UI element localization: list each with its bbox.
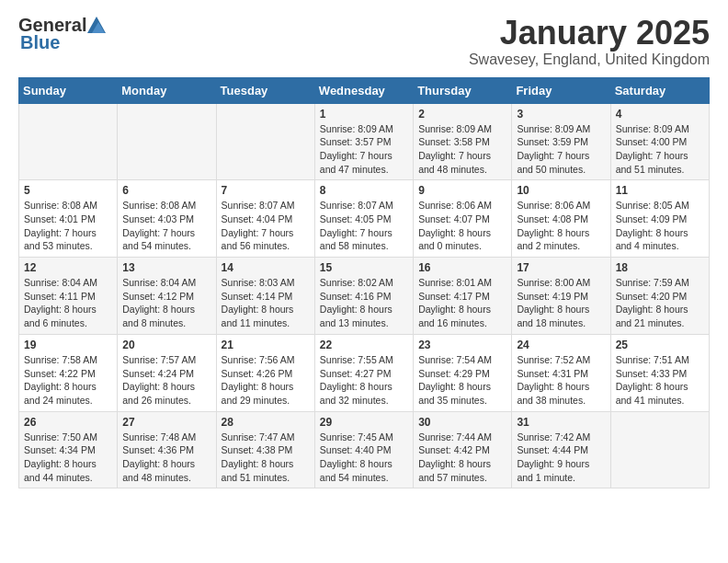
weekday-tuesday: Tuesday (216, 77, 314, 103)
day-cell-16: 16Sunrise: 8:01 AM Sunset: 4:17 PM Dayli… (414, 258, 512, 335)
day-number: 30 (418, 416, 506, 429)
day-number: 5 (24, 184, 112, 197)
day-number: 20 (122, 339, 210, 351)
title-area: January 2025 Swavesey, England, United K… (469, 15, 710, 68)
day-cell-3: 3Sunrise: 8:09 AM Sunset: 3:59 PM Daylig… (512, 103, 610, 180)
empty-cell (118, 103, 216, 180)
day-info: Sunrise: 8:09 AM Sunset: 4:00 PM Dayligh… (616, 122, 704, 177)
week-row-5: 26Sunrise: 7:50 AM Sunset: 4:34 PM Dayli… (19, 411, 710, 488)
logo-icon (87, 17, 106, 33)
day-cell-8: 8Sunrise: 8:07 AM Sunset: 4:05 PM Daylig… (314, 180, 413, 258)
day-cell-12: 12Sunrise: 8:04 AM Sunset: 4:11 PM Dayli… (19, 258, 118, 335)
day-info: Sunrise: 8:04 AM Sunset: 4:11 PM Dayligh… (24, 276, 112, 330)
logo: General Blue (18, 15, 106, 53)
day-number: 6 (122, 184, 210, 197)
day-cell-30: 30Sunrise: 7:44 AM Sunset: 4:42 PM Dayli… (414, 411, 512, 488)
day-info: Sunrise: 8:07 AM Sunset: 4:04 PM Dayligh… (222, 199, 310, 253)
day-cell-13: 13Sunrise: 8:04 AM Sunset: 4:12 PM Dayli… (118, 258, 216, 335)
day-info: Sunrise: 7:47 AM Sunset: 4:38 PM Dayligh… (222, 431, 310, 485)
weekday-sunday: Sunday (19, 77, 118, 103)
page: General Blue January 2025 Swavesey, Engl… (0, 0, 728, 503)
day-number: 8 (320, 184, 408, 197)
day-info: Sunrise: 7:50 AM Sunset: 4:34 PM Dayligh… (24, 431, 112, 485)
day-info: Sunrise: 8:06 AM Sunset: 4:08 PM Dayligh… (517, 199, 605, 253)
day-cell-1: 1Sunrise: 8:09 AM Sunset: 3:57 PM Daylig… (314, 103, 413, 180)
week-row-3: 12Sunrise: 8:04 AM Sunset: 4:11 PM Dayli… (19, 258, 710, 335)
week-row-2: 5Sunrise: 8:08 AM Sunset: 4:01 PM Daylig… (19, 180, 710, 258)
day-number: 31 (517, 416, 605, 429)
day-cell-15: 15Sunrise: 8:02 AM Sunset: 4:16 PM Dayli… (314, 258, 413, 335)
day-number: 18 (616, 261, 704, 274)
day-info: Sunrise: 7:42 AM Sunset: 4:44 PM Dayligh… (517, 431, 605, 485)
day-info: Sunrise: 8:01 AM Sunset: 4:17 PM Dayligh… (418, 276, 506, 330)
day-info: Sunrise: 8:09 AM Sunset: 3:57 PM Dayligh… (320, 122, 408, 177)
day-info: Sunrise: 7:56 AM Sunset: 4:26 PM Dayligh… (222, 353, 310, 408)
day-number: 1 (320, 108, 408, 121)
day-number: 23 (418, 339, 506, 351)
weekday-monday: Monday (118, 77, 216, 103)
day-number: 11 (616, 184, 704, 197)
day-number: 9 (418, 184, 506, 197)
day-info: Sunrise: 8:05 AM Sunset: 4:09 PM Dayligh… (616, 199, 704, 253)
day-number: 28 (222, 416, 310, 429)
day-cell-9: 9Sunrise: 8:06 AM Sunset: 4:07 PM Daylig… (414, 180, 512, 258)
day-cell-27: 27Sunrise: 7:48 AM Sunset: 4:36 PM Dayli… (118, 411, 216, 488)
calendar-title: January 2025 (469, 15, 710, 52)
day-number: 15 (320, 261, 408, 274)
calendar-subtitle: Swavesey, England, United Kingdom (469, 52, 710, 68)
day-cell-14: 14Sunrise: 8:03 AM Sunset: 4:14 PM Dayli… (216, 258, 314, 335)
day-number: 10 (517, 184, 605, 197)
day-cell-10: 10Sunrise: 8:06 AM Sunset: 4:08 PM Dayli… (512, 180, 610, 258)
day-number: 3 (517, 108, 605, 121)
day-cell-28: 28Sunrise: 7:47 AM Sunset: 4:38 PM Dayli… (216, 411, 314, 488)
day-number: 19 (24, 339, 112, 351)
day-number: 14 (222, 261, 310, 274)
day-number: 4 (616, 108, 704, 121)
day-number: 7 (222, 184, 310, 197)
day-info: Sunrise: 7:44 AM Sunset: 4:42 PM Dayligh… (418, 431, 506, 485)
header: General Blue January 2025 Swavesey, Engl… (18, 15, 710, 68)
day-number: 2 (418, 108, 506, 121)
weekday-saturday: Saturday (610, 77, 709, 103)
day-cell-31: 31Sunrise: 7:42 AM Sunset: 4:44 PM Dayli… (512, 411, 610, 488)
day-cell-18: 18Sunrise: 7:59 AM Sunset: 4:20 PM Dayli… (610, 258, 709, 335)
day-cell-4: 4Sunrise: 8:09 AM Sunset: 4:00 PM Daylig… (610, 103, 709, 180)
weekday-friday: Friday (512, 77, 610, 103)
day-info: Sunrise: 7:51 AM Sunset: 4:33 PM Dayligh… (616, 353, 704, 408)
day-number: 21 (222, 339, 310, 351)
day-number: 27 (122, 416, 210, 429)
day-info: Sunrise: 8:09 AM Sunset: 3:58 PM Dayligh… (418, 122, 506, 177)
day-info: Sunrise: 8:07 AM Sunset: 4:05 PM Dayligh… (320, 199, 408, 253)
day-info: Sunrise: 8:08 AM Sunset: 4:03 PM Dayligh… (122, 199, 210, 253)
day-cell-26: 26Sunrise: 7:50 AM Sunset: 4:34 PM Dayli… (19, 411, 118, 488)
day-info: Sunrise: 7:58 AM Sunset: 4:22 PM Dayligh… (24, 353, 112, 408)
week-row-1: 1Sunrise: 8:09 AM Sunset: 3:57 PM Daylig… (19, 103, 710, 180)
day-info: Sunrise: 8:04 AM Sunset: 4:12 PM Dayligh… (122, 276, 210, 330)
day-info: Sunrise: 7:52 AM Sunset: 4:31 PM Dayligh… (517, 353, 605, 408)
day-info: Sunrise: 7:54 AM Sunset: 4:29 PM Dayligh… (418, 353, 506, 408)
day-info: Sunrise: 7:59 AM Sunset: 4:20 PM Dayligh… (616, 276, 704, 330)
day-number: 22 (320, 339, 408, 351)
logo-blue: Blue (20, 32, 60, 53)
day-info: Sunrise: 8:00 AM Sunset: 4:19 PM Dayligh… (517, 276, 605, 330)
day-cell-22: 22Sunrise: 7:55 AM Sunset: 4:27 PM Dayli… (314, 334, 413, 411)
day-cell-2: 2Sunrise: 8:09 AM Sunset: 3:58 PM Daylig… (414, 103, 512, 180)
day-cell-24: 24Sunrise: 7:52 AM Sunset: 4:31 PM Dayli… (512, 334, 610, 411)
day-cell-17: 17Sunrise: 8:00 AM Sunset: 4:19 PM Dayli… (512, 258, 610, 335)
day-number: 17 (517, 261, 605, 274)
empty-cell (19, 103, 118, 180)
day-cell-29: 29Sunrise: 7:45 AM Sunset: 4:40 PM Dayli… (314, 411, 413, 488)
day-cell-20: 20Sunrise: 7:57 AM Sunset: 4:24 PM Dayli… (118, 334, 216, 411)
day-info: Sunrise: 8:02 AM Sunset: 4:16 PM Dayligh… (320, 276, 408, 330)
empty-cell (610, 411, 709, 488)
day-info: Sunrise: 7:45 AM Sunset: 4:40 PM Dayligh… (320, 431, 408, 485)
day-number: 16 (418, 261, 506, 274)
empty-cell (216, 103, 314, 180)
day-number: 29 (320, 416, 408, 429)
day-info: Sunrise: 7:48 AM Sunset: 4:36 PM Dayligh… (122, 431, 210, 485)
day-cell-23: 23Sunrise: 7:54 AM Sunset: 4:29 PM Dayli… (414, 334, 512, 411)
day-number: 24 (517, 339, 605, 351)
day-info: Sunrise: 8:03 AM Sunset: 4:14 PM Dayligh… (222, 276, 310, 330)
day-info: Sunrise: 7:55 AM Sunset: 4:27 PM Dayligh… (320, 353, 408, 408)
day-cell-25: 25Sunrise: 7:51 AM Sunset: 4:33 PM Dayli… (610, 334, 709, 411)
